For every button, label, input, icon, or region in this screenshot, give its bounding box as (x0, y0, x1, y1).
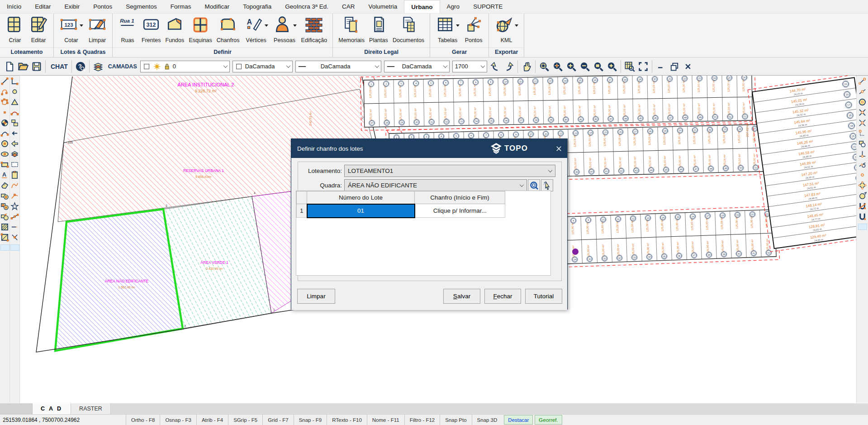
status-toggle-snap-3d[interactable]: Snap 3D (472, 415, 503, 425)
tool-ellipse[interactable] (0, 149, 10, 160)
ribbon-item-documentos[interactable]: Documentos (390, 15, 427, 44)
quadra-pick-button[interactable] (541, 179, 553, 191)
tool-snap-point[interactable] (858, 170, 868, 181)
tool-snap-quadrant[interactable] (858, 181, 868, 191)
layer-combo[interactable]: DaCamada (232, 61, 293, 72)
status-toggle-filtro-f12[interactable]: Filtro - F12 (404, 415, 440, 425)
tool-snap-node[interactable] (858, 129, 868, 139)
zoom-out-button[interactable] (578, 60, 592, 73)
tab-editar[interactable]: Editar (28, 0, 57, 13)
tool-star[interactable] (10, 201, 20, 212)
tab-geoincra-3-ed-[interactable]: GeoIncra 3ª Ed. (278, 0, 335, 13)
tool-arc[interactable] (0, 129, 10, 139)
undo-button[interactable] (489, 60, 502, 73)
tab-agro[interactable]: Agro (440, 0, 467, 13)
dropdown-arrow-icon[interactable] (515, 24, 518, 27)
ribbon-item-kml[interactable]: KML (492, 15, 521, 44)
tool-snap-midpoint[interactable] (858, 87, 868, 97)
tool-layers-diamond[interactable] (10, 149, 20, 160)
tool-polyline-arc[interactable] (0, 87, 10, 97)
tool-hatch-filled[interactable] (0, 222, 10, 233)
zoom-object-button[interactable] (592, 60, 605, 73)
ribbon-item-v-rtices[interactable]: AVértices (242, 15, 270, 44)
tab-volumetria[interactable]: Volumetria (362, 0, 404, 13)
status-toggle-ortho-f8[interactable]: Ortho - F8 (126, 415, 160, 425)
tool-snap-disable[interactable] (858, 201, 868, 212)
lineweight-combo[interactable]: DaCamada (384, 61, 450, 72)
fechar-button[interactable]: Fechar (484, 289, 521, 304)
georref-toggle[interactable]: Georref. (535, 415, 562, 425)
tool-hatch-boundary[interactable] (0, 233, 10, 243)
ribbon-item-pontos[interactable]: Pontos (462, 15, 485, 44)
status-toggle-atrib-f4[interactable]: Atrib - F4 (196, 415, 228, 425)
tab-formas[interactable]: Formas (164, 0, 198, 13)
destacar-toggle[interactable]: Destacar (504, 415, 533, 425)
ribbon-item-memoriais[interactable]: Memoriais (336, 15, 367, 44)
tool-arc-segment[interactable] (10, 108, 20, 118)
dropdown-arrow-icon[interactable] (293, 24, 297, 27)
linetype-combo[interactable]: DaCamada (295, 61, 381, 72)
tool-snap-nearest[interactable] (858, 139, 868, 149)
tab-pontos[interactable]: Pontos (86, 0, 119, 13)
open-file-button[interactable] (16, 60, 30, 73)
tool-closed-polyline[interactable] (0, 97, 10, 108)
status-toggle-nome-f11[interactable]: Nome - F11 (367, 415, 404, 425)
tool-line[interactable] (0, 76, 10, 87)
tool-snap-perpendicular[interactable] (858, 149, 868, 160)
selected-point-marker[interactable] (572, 248, 579, 255)
status-toggle-rtexto-f10[interactable]: RTexto - F10 (327, 415, 367, 425)
camadas-button[interactable]: CAMADAS (105, 63, 139, 70)
tab-urbano[interactable]: Urbano (404, 0, 440, 13)
tool-offset-circle[interactable] (0, 191, 10, 201)
tool-copy-circle[interactable] (0, 201, 10, 212)
pan-button[interactable] (520, 60, 533, 73)
minimize-button[interactable] (654, 60, 668, 73)
ribbon-item-pessoas[interactable]: Pessoas (270, 15, 299, 44)
chat-button[interactable]: CHAT (47, 63, 70, 70)
tool-extend[interactable] (10, 222, 20, 233)
zoom-window-button[interactable] (537, 60, 551, 73)
tool-triangle[interactable] (10, 97, 20, 108)
limpar-button[interactable]: Limpar (297, 289, 335, 304)
status-toggle-grid-f7[interactable]: Grid - F7 (262, 415, 293, 425)
tool-snap-rotate[interactable] (858, 191, 868, 201)
tab-suporte[interactable]: SUPORTE (466, 0, 509, 13)
tutorial-button[interactable]: Tutorial (525, 289, 562, 304)
status-toggle-osnap-f3[interactable]: Osnap - F3 (160, 415, 196, 425)
tool-measure-grid[interactable] (10, 160, 20, 170)
tool-rectangle[interactable] (0, 160, 10, 170)
dialog-title-bar[interactable]: Definir chanfro dos lotes TOPO (291, 139, 567, 158)
status-toggle-snap-f9[interactable]: Snap - F9 (294, 415, 327, 425)
view-tab-cad[interactable]: C A D (33, 403, 71, 414)
tool-snap-tangent[interactable] (858, 160, 868, 170)
tool-arrow-shape[interactable] (10, 139, 20, 149)
tab-modificar[interactable]: Modificar (198, 0, 236, 13)
quadra-combo[interactable]: ÁREA NÃO EDIFICANTE (344, 179, 527, 191)
ribbon-item-esquinas[interactable]: Esquinas (186, 15, 214, 44)
dialog-close-button[interactable] (555, 144, 563, 153)
redo-button[interactable] (502, 60, 516, 73)
tool-arrow-left[interactable] (10, 129, 20, 139)
status-toggle-snap-pto[interactable]: Snap Pto (440, 415, 471, 425)
loteamento-combo[interactable]: LOTEAMENTO1 (344, 165, 555, 177)
tab-segmentos[interactable]: Segmentos (119, 0, 163, 13)
salvar-button[interactable]: Salvar (443, 289, 480, 304)
tool-station-target[interactable] (0, 118, 10, 129)
lote-number-cell[interactable]: 01 (307, 204, 415, 218)
tool-trim[interactable] (10, 233, 20, 243)
tool-snap-apparent[interactable] (858, 118, 868, 129)
status-toggle-sgrip-f5[interactable]: SGrip - F5 (228, 415, 262, 425)
help-button[interactable]: ? (74, 60, 87, 73)
tool-angle-line[interactable] (10, 76, 20, 87)
tab-exibir[interactable]: Exibir (58, 0, 87, 13)
tool-curve[interactable] (10, 181, 20, 191)
chanfro-cell[interactable]: Clique p/ Informar... (415, 204, 505, 218)
tool-rectangles[interactable] (10, 118, 20, 129)
tab-topografia[interactable]: Topografia (236, 0, 278, 13)
ribbon-item-ruas[interactable]: Rua 1Ruas (116, 15, 139, 44)
dropdown-arrow-icon[interactable] (456, 24, 460, 27)
close-drawing-button[interactable] (681, 60, 695, 73)
tab-in-cio[interactable]: Início (0, 0, 28, 13)
save-button[interactable] (30, 60, 43, 73)
tool-label-tag[interactable] (0, 181, 10, 191)
